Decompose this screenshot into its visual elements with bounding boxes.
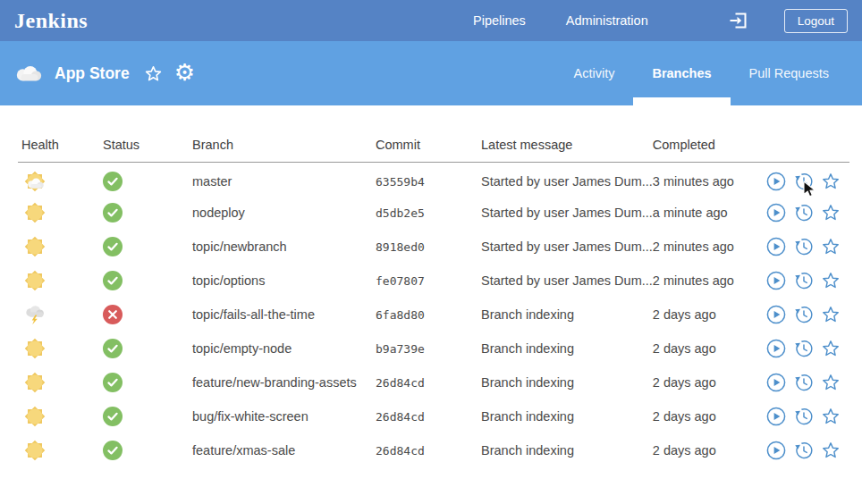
- health-storm-icon: [21, 301, 48, 328]
- status-success-icon: [103, 441, 123, 460]
- branch-name: topic/empty-node: [192, 332, 376, 365]
- table-header-row: Health Status Branch Commit Latest messa…: [18, 130, 849, 162]
- completed-time: 2 days ago: [653, 433, 766, 467]
- branch-name: topic/fails-all-the-time: [192, 298, 376, 332]
- column-header-completed: Completed: [653, 130, 766, 162]
- latest-message: Branch indexing: [481, 365, 653, 399]
- branch-row[interactable]: topic/optionsfe07807Started by user Jame…: [18, 264, 849, 298]
- replay-history-button[interactable]: [793, 203, 814, 223]
- favorite-star-button[interactable]: [821, 339, 841, 358]
- completed-time: 2 days ago: [653, 399, 766, 433]
- commit-hash: 26d84cd: [376, 399, 481, 433]
- nav-administration[interactable]: Administration: [566, 13, 648, 28]
- health-sunny-icon: [21, 369, 48, 396]
- status-success-icon: [103, 172, 123, 191]
- branch-name: feature/new-branding-assets: [192, 365, 376, 399]
- replay-history-button[interactable]: [793, 305, 814, 324]
- branch-name: nodeploy: [192, 196, 376, 230]
- status-success-icon: [103, 203, 123, 223]
- latest-message: Branch indexing: [481, 399, 653, 433]
- branch-name: topic/options: [192, 264, 376, 298]
- pipeline-tabs: Activity Branches Pull Requests: [555, 41, 848, 105]
- favorite-star-button[interactable]: [821, 441, 841, 460]
- column-header-commit: Commit: [376, 130, 481, 162]
- replay-history-button[interactable]: [793, 373, 814, 392]
- completed-time: 2 days ago: [653, 365, 766, 399]
- status-success-icon: [103, 339, 123, 358]
- branch-row[interactable]: topic/fails-all-the-time6fa8d80Branch in…: [18, 298, 849, 332]
- logout-button[interactable]: Logout: [784, 9, 848, 33]
- favorite-star-button[interactable]: [821, 237, 841, 256]
- jenkins-logo[interactable]: Jenkins: [14, 9, 88, 33]
- branch-row[interactable]: nodeployd5db2e5Started by user James Dum…: [18, 196, 849, 230]
- completed-time: 2 minutes ago: [653, 264, 766, 298]
- column-header-actions: [766, 130, 849, 162]
- exit-arrow-icon[interactable]: [729, 11, 748, 30]
- latest-message: Branch indexing: [481, 433, 653, 467]
- run-play-button[interactable]: [766, 237, 786, 256]
- health-sunny-icon: [21, 437, 48, 464]
- run-play-button[interactable]: [766, 172, 786, 191]
- replay-history-button[interactable]: [793, 339, 814, 358]
- run-play-button[interactable]: [766, 203, 786, 223]
- branch-name: topic/newbranch: [192, 230, 376, 264]
- favorite-star-button[interactable]: [821, 407, 841, 426]
- status-success-icon: [103, 407, 123, 426]
- run-play-button[interactable]: [766, 373, 786, 392]
- run-play-button[interactable]: [766, 441, 786, 460]
- weather-cloud-icon: [14, 63, 43, 83]
- completed-time: 2 minutes ago: [653, 230, 766, 264]
- latest-message: Started by user James Dum...: [481, 196, 653, 230]
- replay-history-button[interactable]: [793, 407, 814, 426]
- column-header-status: Status: [103, 130, 192, 162]
- replay-history-button[interactable]: [793, 441, 814, 460]
- completed-time: 3 minutes ago: [653, 162, 766, 196]
- health-sunny-icon: [21, 199, 48, 226]
- run-play-button[interactable]: [766, 407, 786, 426]
- tab-activity[interactable]: Activity: [555, 41, 634, 105]
- favorite-star-icon[interactable]: [144, 64, 163, 83]
- nav-pipelines[interactable]: Pipelines: [473, 13, 526, 28]
- favorite-star-button[interactable]: [821, 172, 841, 191]
- completed-time: 2 days ago: [653, 332, 766, 365]
- top-navigation-bar: Jenkins Pipelines Administration Logout: [0, 0, 862, 41]
- status-success-icon: [103, 237, 123, 256]
- branch-row[interactable]: master63559b4Started by user James Dum..…: [18, 162, 849, 196]
- completed-time: 2 days ago: [653, 298, 766, 332]
- health-partly-cloudy-icon: [21, 168, 48, 195]
- branch-row[interactable]: bug/fix-white-screen26d84cdBranch indexi…: [18, 399, 849, 433]
- tab-pull-requests[interactable]: Pull Requests: [731, 41, 848, 105]
- run-play-button[interactable]: [766, 271, 786, 290]
- favorite-star-button[interactable]: [821, 373, 841, 392]
- replay-history-button[interactable]: [793, 172, 814, 191]
- run-play-button[interactable]: [766, 305, 786, 324]
- status-success-icon: [103, 271, 123, 290]
- completed-time: a minute ago: [653, 196, 766, 230]
- pipeline-header: App Store ⚙ Activity Branches Pull Reque…: [0, 41, 862, 105]
- commit-hash: 63559b4: [376, 162, 481, 196]
- commit-hash: 8918ed0: [376, 230, 481, 264]
- status-success-icon: [103, 373, 123, 392]
- favorite-star-button[interactable]: [821, 271, 841, 290]
- tab-branches[interactable]: Branches: [633, 41, 730, 105]
- run-play-button[interactable]: [766, 339, 786, 358]
- commit-hash: 6fa8d80: [376, 298, 481, 332]
- branch-row[interactable]: topic/newbranch8918ed0Started by user Ja…: [18, 230, 849, 264]
- health-sunny-icon: [21, 267, 48, 294]
- settings-gear-icon[interactable]: ⚙: [174, 61, 195, 84]
- latest-message: Branch indexing: [481, 332, 653, 365]
- commit-hash: fe07807: [376, 264, 481, 298]
- branch-row[interactable]: topic/empty-nodeb9a739eBranch indexing2 …: [18, 332, 849, 365]
- branch-row[interactable]: feature/new-branding-assets26d84cdBranch…: [18, 365, 849, 399]
- branches-table-container: Health Status Branch Commit Latest messa…: [0, 105, 862, 467]
- replay-history-button[interactable]: [793, 237, 814, 256]
- commit-hash: d5db2e5: [376, 196, 481, 230]
- status-failure-icon: [103, 305, 123, 324]
- favorite-star-button[interactable]: [821, 203, 841, 223]
- latest-message: Branch indexing: [481, 298, 653, 332]
- branch-row[interactable]: feature/xmas-sale26d84cdBranch indexing2…: [18, 433, 849, 467]
- favorite-star-button[interactable]: [821, 305, 841, 324]
- commit-hash: b9a739e: [376, 332, 481, 365]
- health-sunny-icon: [21, 335, 48, 362]
- replay-history-button[interactable]: [793, 271, 814, 290]
